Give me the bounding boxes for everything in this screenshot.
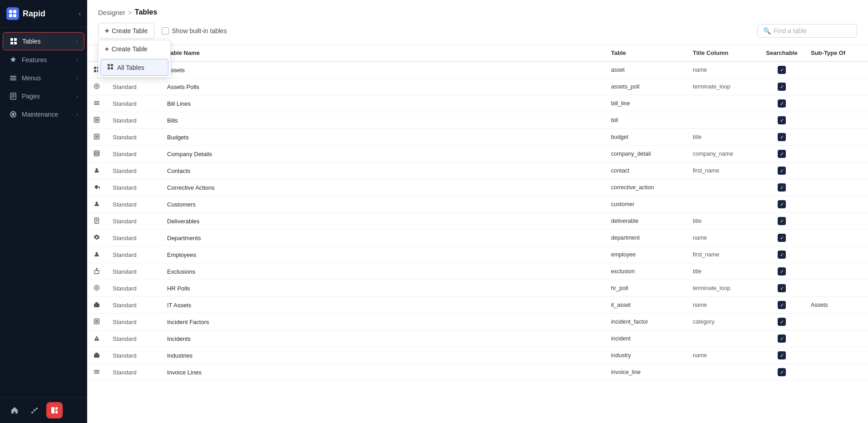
table-row[interactable]: Standard Bill Lines bill_line ✓	[87, 95, 868, 112]
table-row[interactable]: Standard Incident Factors incident_facto…	[87, 314, 868, 330]
table-row[interactable]: Standard Assets Polls assets_poll termin…	[87, 79, 868, 95]
svg-line-19	[35, 409, 36, 409]
row-type: Standard	[106, 246, 161, 263]
row-icon	[87, 330, 106, 347]
table-row[interactable]: Standard Bills bill ✓	[87, 112, 868, 129]
maintenance-icon	[9, 110, 17, 118]
show-builtin-checkbox[interactable]	[162, 27, 169, 34]
row-type: Standard	[106, 146, 161, 162]
row-type: Standard	[106, 314, 161, 330]
searchable-check: ✓	[778, 99, 786, 108]
row-title-col	[686, 196, 759, 213]
graph-button[interactable]	[26, 402, 43, 418]
row-name[interactable]: Bills	[161, 112, 605, 129]
breadcrumb-designer[interactable]: Designer	[98, 9, 125, 16]
sidebar-item-tables[interactable]: Tables ›	[3, 32, 84, 50]
table-row[interactable]: Standard HR Polls hr_poll terminate_loop…	[87, 280, 868, 297]
row-name[interactable]: Employees	[161, 246, 605, 263]
create-table-button[interactable]: + Create Table	[98, 23, 154, 39]
row-table: budget	[605, 129, 686, 146]
svg-rect-6	[10, 42, 13, 44]
table-row[interactable]: Standard Departments department name ✓	[87, 230, 868, 246]
breadcrumb-tables: Tables	[135, 8, 158, 16]
maintenance-arrow-icon: ›	[76, 112, 78, 117]
sidebar-collapse-button[interactable]: ‹	[79, 10, 81, 17]
row-searchable: ✓	[759, 79, 804, 95]
svg-point-54	[96, 252, 98, 254]
row-title-col: first_name	[686, 162, 759, 179]
row-name[interactable]: Assets Polls	[161, 79, 605, 95]
dropdown-item-all-tables[interactable]: All Tables	[100, 59, 168, 76]
row-subtype	[804, 61, 868, 79]
find-table-input-field[interactable]	[774, 27, 851, 34]
table-row[interactable]: Standard Exclusions exclusion title ✓	[87, 263, 868, 280]
row-name[interactable]: Departments	[161, 230, 605, 246]
row-name[interactable]: Incident Factors	[161, 314, 605, 330]
table-row[interactable]: Standard Employees employee first_name ✓	[87, 246, 868, 263]
row-icon	[87, 162, 106, 179]
table-row[interactable]: Standard Incidents incident ✓	[87, 330, 868, 347]
table-row[interactable]: Standard Customers customer ✓	[87, 196, 868, 213]
row-searchable: ✓	[759, 162, 804, 179]
row-table: hr_poll	[605, 280, 686, 297]
table-row[interactable]: Standard IT Assets it_asset name ✓ Asset…	[87, 297, 868, 314]
row-name[interactable]: HR Polls	[161, 280, 605, 297]
row-subtype	[804, 196, 868, 213]
searchable-check: ✓	[778, 133, 786, 141]
table-area[interactable]: Table Name Table Title Column Searchable…	[87, 45, 868, 423]
svg-rect-0	[9, 10, 12, 13]
svg-rect-63	[96, 306, 98, 307]
table-row[interactable]: Standard Company Details company_detail …	[87, 146, 868, 162]
row-name[interactable]: Exclusions	[161, 263, 605, 280]
row-name[interactable]: Customers	[161, 196, 605, 213]
sidebar-item-features[interactable]: Features ›	[3, 51, 84, 69]
row-icon	[87, 347, 106, 364]
svg-rect-35	[94, 104, 99, 105]
svg-rect-29	[94, 70, 96, 72]
table-row[interactable]: Standard Deliverables deliverable title …	[87, 213, 868, 230]
sidebar-item-menus[interactable]: Menus ›	[3, 69, 84, 87]
row-searchable: ✓	[759, 146, 804, 162]
row-name[interactable]: Deliverables	[161, 213, 605, 230]
svg-rect-77	[94, 371, 99, 372]
sidebar-item-pages[interactable]: Pages ›	[3, 88, 84, 105]
sidebar-item-tables-label: Tables	[22, 38, 76, 45]
main-header: Designer > Tables + Create Table + Creat…	[87, 0, 868, 45]
row-name[interactable]: Bill Lines	[161, 95, 605, 112]
row-name[interactable]: Contacts	[161, 162, 605, 179]
svg-rect-34	[94, 103, 99, 103]
table-row[interactable]: Standard Budgets budget title ✓	[87, 129, 868, 146]
home-button[interactable]	[6, 402, 23, 418]
svg-rect-10	[10, 79, 16, 80]
plus-icon: +	[105, 27, 109, 35]
table-row[interactable]: Standard Contacts contact first_name ✓	[87, 162, 868, 179]
find-table-search[interactable]: 🔍	[757, 24, 857, 38]
row-name[interactable]: Assets	[161, 61, 605, 79]
col-header-name: Table Name	[161, 45, 605, 61]
table-row[interactable]: Standard Corrective Actions corrective_a…	[87, 179, 868, 196]
row-name[interactable]: Industries	[161, 347, 605, 364]
row-title-col: title	[686, 213, 759, 230]
svg-rect-73	[96, 355, 97, 356]
all-tables-icon	[107, 64, 113, 71]
designer-button[interactable]	[46, 402, 63, 418]
row-title-col	[686, 112, 759, 129]
searchable-check: ✓	[778, 318, 786, 326]
table-row[interactable]: Standard Industries industry name ✓	[87, 347, 868, 364]
row-searchable: ✓	[759, 179, 804, 196]
table-row[interactable]: Standard Assets asset name ✓	[87, 61, 868, 79]
svg-rect-33	[94, 101, 99, 102]
row-subtype	[804, 347, 868, 364]
searchable-check: ✓	[778, 251, 786, 259]
row-name[interactable]: Corrective Actions	[161, 179, 605, 196]
row-name[interactable]: Invoice Lines	[161, 364, 605, 381]
svg-line-18	[33, 411, 34, 412]
row-name[interactable]: Budgets	[161, 129, 605, 146]
sidebar-item-maintenance[interactable]: Maintenance ›	[3, 106, 84, 123]
row-searchable: ✓	[759, 246, 804, 263]
row-name[interactable]: Incidents	[161, 330, 605, 347]
row-name[interactable]: IT Assets	[161, 297, 605, 314]
table-row[interactable]: Standard Invoice Lines invoice_line ✓	[87, 364, 868, 381]
row-name[interactable]: Company Details	[161, 146, 605, 162]
show-builtin-label[interactable]: Show built-in tables	[162, 27, 227, 34]
